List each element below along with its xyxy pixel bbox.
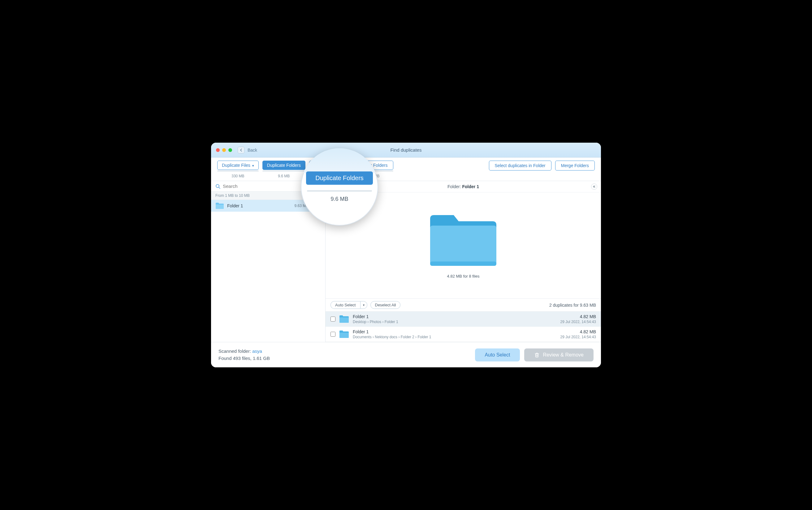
svg-rect-2	[430, 261, 496, 266]
chevron-down-icon	[252, 163, 254, 168]
collapse-preview-button[interactable]	[591, 183, 597, 190]
tab-progress-bar	[217, 171, 259, 171]
duplicate-checkbox[interactable]	[330, 317, 336, 321]
svg-line-1	[219, 187, 220, 189]
preview-header-prefix: Folder:	[447, 184, 462, 189]
duplicate-row[interactable]: Folder 1 Desktop › Photos › Folder 1 4.8…	[325, 312, 601, 327]
tab-progress-bar	[262, 171, 306, 171]
back-button[interactable]: Back	[238, 147, 257, 153]
minimize-window-button[interactable]	[222, 148, 226, 152]
auto-select-dropdown[interactable]: ▾	[360, 301, 367, 309]
chevron-double-left-icon	[592, 185, 596, 188]
trash-icon	[534, 352, 540, 358]
duplicate-size: 4.82 MB	[560, 314, 596, 319]
duplicate-date: 29 Jul 2022, 14:54:43	[560, 335, 596, 339]
duplicate-toolbar: Auto Select ▾ Deselect All 2 duplicates …	[325, 298, 601, 312]
tabs-toolbar: Duplicate Files 330 MB Duplicate Folders…	[211, 158, 601, 181]
maximize-window-button[interactable]	[228, 148, 232, 152]
review-remove-label: Review & Remove	[543, 352, 584, 358]
magnified-tab: Duplicate Folders	[306, 171, 373, 185]
deselect-all-button[interactable]: Deselect All	[370, 301, 401, 309]
magnified-size: 9.6 MB	[330, 196, 348, 202]
folder-preview-icon	[428, 213, 499, 268]
app-window: Back Find duplicates Duplicate Files 330…	[211, 143, 601, 367]
tab-label: Duplicate Files	[222, 163, 250, 168]
duplicate-name: Folder 1	[353, 314, 557, 319]
preview-header-name: Folder 1	[462, 184, 479, 189]
duplicate-info: Folder 1 Documents › Nektony docs › Fold…	[353, 329, 557, 339]
duplicate-meta: 4.82 MB 29 Jul 2022, 14:54:43	[560, 314, 596, 324]
footer: Scanned folder: asya Found 493 files, 1.…	[211, 342, 601, 367]
duplicate-summary: 2 duplicates for 9.63 MB	[549, 303, 596, 308]
chevron-left-icon	[238, 147, 244, 153]
duplicate-path: Desktop › Photos › Folder 1	[353, 320, 557, 324]
duplicate-info: Folder 1 Desktop › Photos › Folder 1	[353, 314, 557, 324]
auto-select-split-button: Auto Select ▾	[330, 301, 367, 309]
auto-select-button[interactable]: Auto Select	[330, 301, 360, 309]
magnified-progress-bar	[307, 190, 372, 192]
footer-auto-select-button[interactable]: Auto Select	[475, 348, 520, 362]
scanned-folder-link[interactable]: asya	[252, 348, 262, 354]
back-label: Back	[248, 148, 257, 152]
duplicate-date: 29 Jul 2022, 14:54:43	[560, 320, 596, 324]
duplicate-size: 4.82 MB	[560, 329, 596, 334]
duplicate-name: Folder 1	[353, 329, 557, 334]
found-summary: Found 493 files, 1.61 GB	[219, 355, 270, 362]
traffic-lights	[216, 148, 232, 152]
duplicate-row[interactable]: Folder 1 Documents › Nektony docs › Fold…	[325, 327, 601, 342]
tab-size-label: 330 MB	[231, 174, 244, 181]
tab-size-label: 9.6 MB	[278, 174, 290, 181]
magnifier-overlay: Duplicate Folders 9.6 MB	[301, 148, 378, 226]
duplicate-meta: 4.82 MB 29 Jul 2022, 14:54:43	[560, 329, 596, 339]
tab-duplicate-files[interactable]: Duplicate Files 330 MB	[217, 161, 259, 181]
scanned-prefix: Scanned folder:	[219, 348, 252, 354]
folder-icon	[339, 315, 349, 323]
select-duplicates-in-folder-button[interactable]: Select duplicates in Folder	[489, 161, 551, 171]
preview-caption: 4.82 MB for 8 files	[447, 274, 480, 279]
folder-icon	[215, 202, 224, 209]
tab-duplicate-folders[interactable]: Duplicate Folders 9.6 MB	[262, 161, 306, 181]
content: From 1 MB to 10 MB Folder 1 9.63 MB 2 Fo…	[211, 181, 601, 342]
search-icon	[215, 184, 220, 189]
duplicate-path: Documents › Nektony docs › Folder 2 › Fo…	[353, 335, 557, 339]
merge-folders-button[interactable]: Merge Folders	[555, 161, 595, 171]
close-window-button[interactable]	[216, 148, 220, 152]
footer-info: Scanned folder: asya Found 493 files, 1.…	[219, 348, 270, 362]
folder-name: Folder 1	[227, 203, 291, 208]
review-remove-button[interactable]: Review & Remove	[524, 348, 593, 362]
duplicate-list: Folder 1 Desktop › Photos › Folder 1 4.8…	[325, 312, 601, 342]
folder-icon	[339, 330, 349, 338]
window-title: Find duplicates	[390, 147, 422, 152]
titlebar: Back Find duplicates	[211, 143, 601, 158]
duplicate-checkbox[interactable]	[330, 332, 336, 337]
tab-label: Duplicate Folders	[267, 163, 301, 168]
